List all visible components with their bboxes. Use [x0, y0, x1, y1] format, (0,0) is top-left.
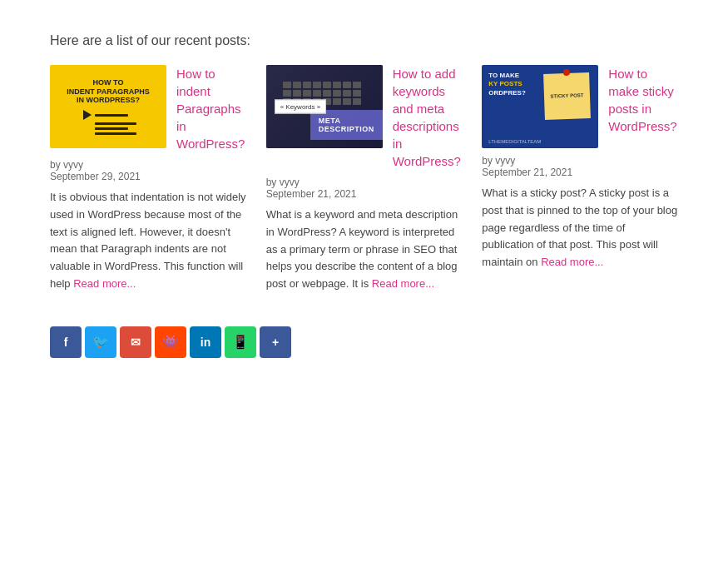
share-reddit-button[interactable]: 👾 — [155, 326, 186, 358]
post-author-label-1: by — [50, 159, 63, 171]
posts-grid: HOW TOINDENT PARAGRAPHSIN WORDPRESS? How… — [50, 65, 678, 293]
post-header-2: « Keywords » METADESCRIPTION How to add … — [266, 65, 463, 170]
post-header-1: HOW TOINDENT PARAGRAPHSIN WORDPRESS? How… — [50, 65, 246, 152]
section-title: Here are a list of our recent posts: — [50, 33, 678, 48]
post-card-3: TO MAKEKY POSTSORDPRES? STICKY POST LTHE… — [482, 65, 678, 293]
thumb-1-icon — [83, 110, 133, 135]
share-linkedin-button[interactable]: in — [190, 326, 221, 358]
thumb-3-bottom-text: LTHEMEDIGITALTEAM — [488, 139, 541, 144]
twitter-icon: 🐦 — [92, 334, 109, 350]
post-title-link-1[interactable]: How to indent Paragraphs in WordPress? — [176, 65, 246, 152]
post-meta-3: by vyvy September 21, 2021 — [482, 155, 678, 178]
post-author-2: vyvy — [280, 177, 300, 188]
post-excerpt-2: What is a keyword and meta description i… — [266, 206, 463, 293]
share-whatsapp-button[interactable]: 📱 — [225, 326, 256, 358]
arrow-right-icon — [83, 110, 92, 120]
line-2 — [95, 122, 136, 125]
post-thumbnail-3: TO MAKEKY POSTSORDPRES? STICKY POST LTHE… — [482, 65, 598, 148]
read-more-1[interactable]: Read more... — [73, 277, 136, 290]
thumb-1-arrow — [83, 110, 128, 120]
post-author-label-3: by — [482, 155, 495, 167]
post-date-1: September 29, 2021 — [50, 171, 141, 182]
share-bar: f 🐦 ✉ 👾 in 📱 + — [50, 326, 678, 358]
post-title-link-2[interactable]: How to add keywords and meta description… — [393, 65, 463, 170]
linkedin-icon: in — [201, 336, 210, 349]
post-excerpt-1: It is obvious that indentation is not wi… — [50, 189, 246, 293]
post-author-label-2: by — [266, 177, 280, 188]
post-author-1: vyvy — [63, 159, 83, 171]
post-card-2: « Keywords » METADESCRIPTION How to add … — [266, 65, 463, 293]
post-header-3: TO MAKEKY POSTSORDPRES? STICKY POST LTHE… — [482, 65, 678, 148]
email-icon: ✉ — [131, 336, 141, 349]
thumb-1-text: HOW TOINDENT PARAGRAPHSIN WORDPRESS? — [67, 78, 149, 105]
facebook-icon: f — [64, 336, 68, 349]
post-date-3: September 21, 2021 — [482, 167, 572, 178]
thumb-3-text: TO MAKEKY POSTSORDPRES? — [488, 72, 525, 97]
line-1 — [95, 114, 128, 117]
more-icon: + — [272, 336, 279, 349]
read-more-3[interactable]: Read more... — [541, 256, 603, 268]
line-4 — [95, 132, 136, 135]
post-title-link-3[interactable]: How to make sticky posts in WordPress? — [608, 65, 678, 135]
share-facebook-button[interactable]: f — [50, 326, 82, 358]
share-more-button[interactable]: + — [260, 326, 291, 358]
sticky-note-text: STICKY POST — [551, 92, 584, 100]
post-date-2: September 21, 2021 — [266, 188, 357, 200]
read-more-2[interactable]: Read more... — [372, 277, 434, 290]
share-email-button[interactable]: ✉ — [120, 326, 151, 358]
post-excerpt-3: What is a sticky post? A sticky post is … — [482, 185, 678, 271]
post-card-1: HOW TOINDENT PARAGRAPHSIN WORDPRESS? How… — [50, 65, 246, 293]
sticky-pin-icon — [563, 69, 570, 76]
post-meta-1: by vyvy September 29, 2021 — [50, 159, 246, 182]
reddit-icon: 👾 — [162, 334, 179, 350]
post-author-3: vyvy — [495, 155, 515, 167]
line-3 — [95, 127, 128, 130]
meta-box: METADESCRIPTION — [310, 110, 383, 140]
post-thumbnail-1: HOW TOINDENT PARAGRAPHSIN WORDPRESS? — [50, 65, 166, 148]
post-meta-2: by vyvy September 21, 2021 — [266, 177, 463, 200]
sticky-note: STICKY POST — [543, 72, 591, 120]
share-twitter-button[interactable]: 🐦 — [85, 326, 116, 358]
whatsapp-icon: 📱 — [232, 334, 249, 350]
post-thumbnail-2: « Keywords » METADESCRIPTION — [266, 65, 383, 148]
keywords-box: « Keywords » — [275, 100, 326, 114]
